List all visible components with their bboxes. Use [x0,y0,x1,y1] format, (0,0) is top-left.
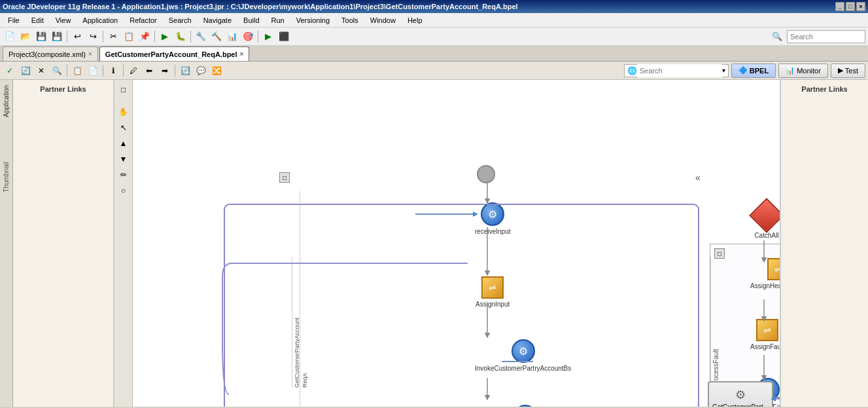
double-chevron-button[interactable]: « [695,172,701,183]
main-layout: Application Thumbnail Partner Links □ ✋ … [0,80,868,407]
canvas-area[interactable]: □ ✋ ↖ ▲ ▼ ✏ ○ [114,80,780,407]
assign-fault-node[interactable]: ⇌ AssignFault [750,319,780,350]
assign-fault-icon: ⇌ [756,319,778,341]
start-node[interactable] [477,165,495,183]
canvas-tb-collapse[interactable]: □ [116,83,131,97]
left-partner-title: Partner Links [40,85,86,93]
tb-more3[interactable]: 📊 [225,29,239,44]
tb-copy[interactable]: 📋 [122,29,136,44]
close-button[interactable]: × [856,2,865,11]
sep1 [67,31,67,43]
menu-view[interactable]: View [50,15,77,26]
menu-help[interactable]: Help [402,15,428,26]
maximize-button[interactable]: □ [846,2,855,11]
tab-composite[interactable]: Project3(composite.xml) × [3,46,98,61]
canvas-collapse-top[interactable]: □ [279,172,290,183]
menu-search[interactable]: Search [164,15,197,26]
menu-application[interactable]: Application [77,15,123,26]
tb-more4[interactable]: 🎯 [241,29,255,44]
menu-file[interactable]: File [3,15,25,26]
bpel-tb1[interactable]: 🔄 [18,64,33,78]
bpel-tb11[interactable]: 💬 [194,64,208,78]
menu-refactor[interactable]: Refactor [124,15,162,26]
bpel-tb5[interactable]: 📄 [86,64,100,78]
tab-bpel-close[interactable]: × [240,50,244,58]
scope-label: ProcessFault [710,257,721,388]
tab-bpel[interactable]: GetCustomerPartyAccount_ReqA.bpel × [99,46,250,61]
tb-more2[interactable]: 🔨 [209,29,224,44]
tb-save[interactable]: 💾 [34,29,48,44]
monitor-label: Monitor [797,67,821,75]
assign-fault-label: AssignFault [750,343,780,350]
tb-stop[interactable]: ⬛ [277,29,291,44]
tb-search-input[interactable] [787,30,865,43]
assign-input-label: AssignInput [476,301,510,308]
bpel-tb9[interactable]: ➡ [158,64,172,78]
tb-new[interactable]: 📄 [3,29,17,44]
ext-service-box[interactable]: ⚙ GetCustomerPart... [708,381,773,407]
monitor-button[interactable]: 📊 Monitor [778,64,828,78]
assign-header-fault-node[interactable]: ⇌ AssignHeaderFault [750,258,780,289]
bpel-tb10[interactable]: 🔃 [178,64,192,78]
canvas-toolbar: □ ✋ ↖ ▲ ▼ ✏ ○ [114,80,133,407]
minimize-button[interactable]: _ [835,2,844,11]
assign-input-node[interactable]: ⇌ AssignInput [476,276,510,308]
bpel-mode-button[interactable]: 🔷 BPEL [731,64,776,78]
tb-cut[interactable]: ✂ [106,29,120,44]
bpel-tb4[interactable]: 📋 [70,64,84,78]
app-panel-label: Application [1,83,11,120]
catch-all-node[interactable]: CatchAll [752,201,780,239]
tb-run[interactable]: ▶ [158,29,172,44]
bpel-tb12[interactable]: 🔀 [209,64,224,78]
canvas-tb-select[interactable]: ↖ [116,121,131,135]
ext-service-label: GetCustomerPart... [712,403,769,407]
bpel-sep2 [103,65,103,77]
canvas-tb-down[interactable]: ▼ [116,152,131,166]
canvas-tb-up[interactable]: ▲ [116,136,131,151]
canvas-tb-hand[interactable]: ✋ [116,105,131,119]
thumb-label[interactable]: Thumbnail [1,159,11,195]
catch-all-icon [749,198,780,233]
reqa-lane-label: ReqA [300,322,308,388]
tb-undo[interactable]: ↩ [70,29,84,44]
right-partner-links: Partner Links [780,80,868,407]
tb-open[interactable]: 📂 [18,29,33,44]
menu-navigate[interactable]: Navigate [198,15,237,26]
tb-more1[interactable]: 🔧 [194,29,208,44]
title-text: Oracle JDeveloper 11g Release 1 - Applic… [3,3,518,10]
menu-window[interactable]: Window [365,15,401,26]
bpel-sep4 [175,65,175,77]
bpel-search-globe-icon: 🌐 [627,66,637,75]
tb-redo[interactable]: ↪ [86,29,100,44]
bpel-sep3 [123,65,124,77]
tb-paste[interactable]: 📌 [137,29,152,44]
canvas-tb-pencil[interactable]: ✏ [116,168,131,182]
tab-bar: Project3(composite.xml) × GetCustomerPar… [0,46,868,62]
bpel-tb8[interactable]: ⬅ [142,64,156,78]
tb-run2[interactable]: ▶ [261,29,275,44]
tab-composite-close[interactable]: × [88,50,92,58]
title-bar: Oracle JDeveloper 11g Release 1 - Applic… [0,0,868,13]
scope-collapse-btn[interactable]: □ [714,248,725,259]
tb-debug[interactable]: 🐛 [173,29,188,44]
receive-customer-node[interactable]: ⚙ ReceiveCustomerPartryAccountBs [475,405,576,407]
tb-search-icon[interactable]: 🔍 [770,29,784,44]
menu-build[interactable]: Build [238,15,264,26]
bpel-validate-icon[interactable]: ✓ [3,64,17,78]
bpel-tb3[interactable]: 🔍 [50,64,64,78]
test-button[interactable]: ▶ Test [831,64,865,78]
canvas-tb-circle[interactable]: ○ [116,183,131,198]
receive-input-node[interactable]: ⚙ receiveInput [475,202,510,235]
bpel-tb7[interactable]: 🖊 [126,64,141,78]
bpel-search-dropdown-icon[interactable]: ▾ [722,67,725,74]
bpel-tb2[interactable]: ✕ [34,64,48,78]
invoke-customer-node[interactable]: ⚙ InvokeCustomerPartryAccountBs [475,339,571,372]
menu-edit[interactable]: Edit [26,15,49,26]
menu-tools[interactable]: Tools [336,15,364,26]
bpel-tb6[interactable]: ℹ [106,64,120,78]
tb-save-all[interactable]: 💾 [50,29,64,44]
menu-versioning[interactable]: Versioning [291,15,335,26]
bpel-search-input[interactable] [637,64,722,77]
menu-run[interactable]: Run [266,15,290,26]
receive-customer-icon: ⚙ [513,405,537,407]
